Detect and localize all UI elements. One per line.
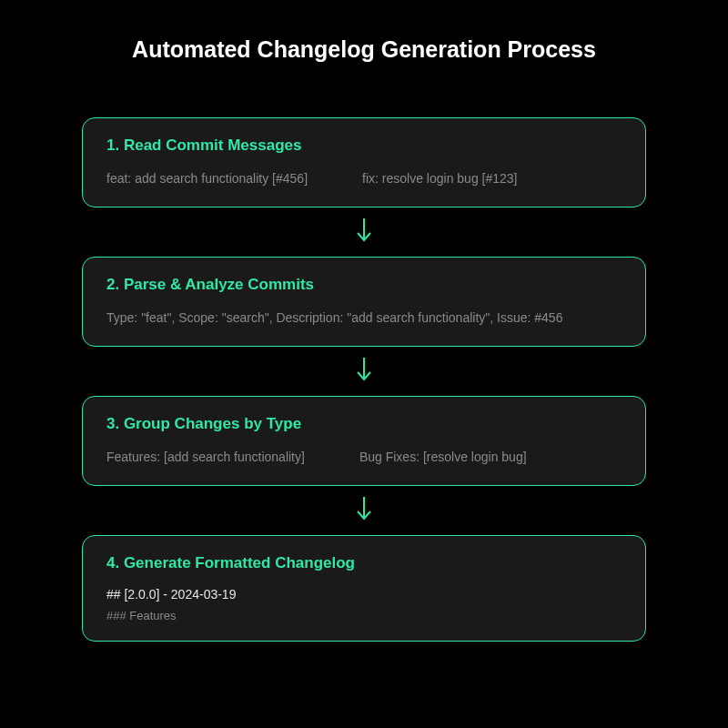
arrow-down-icon — [82, 356, 646, 387]
step-body: feat: add search functionality [#456] fi… — [106, 169, 622, 188]
step-body: Type: "feat", Scope: "search", Descripti… — [106, 308, 622, 328]
step-card-3: 3. Group Changes by Type Features: [add … — [82, 396, 646, 486]
step-card-1: 1. Read Commit Messages feat: add search… — [82, 117, 646, 207]
commit-example-left: feat: add search functionality [#456] — [106, 169, 308, 188]
step-body: Features: [add search functionality] Bug… — [106, 448, 622, 467]
commit-example-right: fix: resolve login bug [#123] — [362, 169, 517, 188]
step-heading: 1. Read Commit Messages — [106, 136, 622, 155]
changelog-version-line: ## [2.0.0] - 2024-03-19 — [106, 587, 622, 602]
group-bugfixes: Bug Fixes: [resolve login bug] — [359, 448, 527, 467]
step-heading: 2. Parse & Analyze Commits — [106, 276, 622, 294]
step-heading: 4. Generate Formatted Changelog — [106, 554, 622, 572]
arrow-down-icon — [82, 495, 646, 526]
diagram-title: Automated Changelog Generation Process — [82, 36, 646, 63]
parse-example: Type: "feat", Scope: "search", Descripti… — [106, 310, 562, 325]
step-card-4: 4. Generate Formatted Changelog ## [2.0.… — [82, 535, 646, 642]
group-features: Features: [add search functionality] — [106, 448, 305, 467]
changelog-section-line: ### Features — [106, 609, 622, 622]
arrow-down-icon — [82, 217, 646, 248]
step-card-2: 2. Parse & Analyze Commits Type: "feat",… — [82, 257, 646, 347]
step-heading: 3. Group Changes by Type — [106, 415, 622, 433]
diagram-container: Automated Changelog Generation Process 1… — [0, 0, 728, 642]
